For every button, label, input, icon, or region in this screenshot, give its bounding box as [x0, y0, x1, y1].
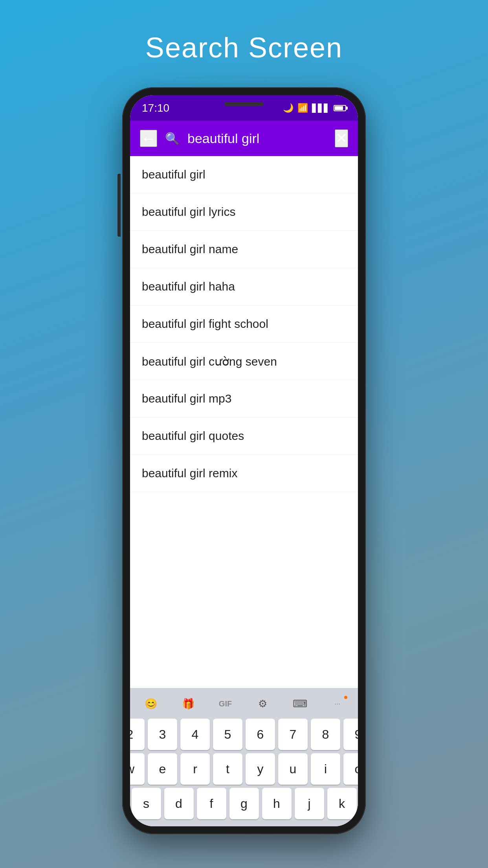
more-button[interactable]: ··· [326, 694, 349, 714]
moon-icon: 🌙 [283, 103, 294, 113]
keyboard-row-asdf: a s d f g h j k l [132, 788, 356, 819]
key-3[interactable]: 3 [148, 719, 177, 750]
clear-button[interactable]: ✕ [335, 129, 348, 147]
power-button [117, 189, 121, 229]
keyboard-row-qwerty: q w e r t y u i o p [132, 753, 356, 785]
status-icons: 🌙 📶 ▋▋▋ [283, 103, 346, 113]
keyboard-toolbar: 😊 🎁 GIF ⚙ ⌨ ··· [132, 692, 356, 715]
key-i[interactable]: i [311, 753, 340, 785]
key-j[interactable]: j [295, 788, 324, 819]
key-u[interactable]: u [278, 753, 308, 785]
phone-screen: 17:10 🌙 📶 ▋▋▋ ← 🔍 beautiful girl ✕ beaut… [130, 95, 358, 826]
suggestion-item[interactable]: beautiful girl cường seven [130, 343, 358, 380]
suggestion-item[interactable]: beautiful girl name [130, 231, 358, 268]
keyboard: 😊 🎁 GIF ⚙ ⌨ ··· 1 2 3 4 5 6 7 8 9 0 [130, 688, 358, 826]
key-y[interactable]: y [246, 753, 275, 785]
key-s[interactable]: s [132, 788, 161, 819]
key-2[interactable]: 2 [130, 719, 145, 750]
phone-mockup: 17:10 🌙 📶 ▋▋▋ ← 🔍 beautiful girl ✕ beaut… [122, 87, 366, 834]
sticker-button[interactable]: 🎁 [176, 694, 200, 714]
key-r[interactable]: r [180, 753, 210, 785]
signal-icon: ▋▋▋ [312, 103, 330, 113]
keyboard-switch-button[interactable]: ⌨ [288, 694, 312, 714]
key-8[interactable]: 8 [311, 719, 340, 750]
key-7[interactable]: 7 [278, 719, 308, 750]
key-h[interactable]: h [262, 788, 292, 819]
suggestion-item[interactable]: beautiful girl haha [130, 268, 358, 305]
suggestion-item[interactable]: beautiful girl remix [130, 455, 358, 492]
key-t[interactable]: t [213, 753, 242, 785]
emoji-button[interactable]: 😊 [139, 694, 163, 714]
key-f[interactable]: f [197, 788, 226, 819]
suggestions-list: beautiful girl beautiful girl lyrics bea… [130, 156, 358, 688]
keyboard-row-numbers: 1 2 3 4 5 6 7 8 9 0 [132, 719, 356, 750]
search-input[interactable]: beautiful girl [187, 131, 327, 146]
key-6[interactable]: 6 [246, 719, 275, 750]
search-icon: 🔍 [165, 132, 180, 145]
key-9[interactable]: 9 [343, 719, 358, 750]
key-o[interactable]: o [343, 753, 358, 785]
suggestion-item[interactable]: beautiful girl quotes [130, 417, 358, 455]
key-k[interactable]: k [327, 788, 357, 819]
settings-button[interactable]: ⚙ [251, 694, 275, 714]
key-e[interactable]: e [148, 753, 177, 785]
gif-button[interactable]: GIF [214, 694, 237, 714]
page-title: Search Screen [145, 31, 343, 64]
key-4[interactable]: 4 [180, 719, 210, 750]
key-5[interactable]: 5 [213, 719, 242, 750]
suggestion-item[interactable]: beautiful girl lyrics [130, 193, 358, 231]
suggestion-item[interactable]: beautiful girl fight school [130, 305, 358, 343]
status-bar: 17:10 🌙 📶 ▋▋▋ [130, 95, 358, 121]
status-time: 17:10 [142, 102, 169, 114]
suggestion-item[interactable]: beautiful girl [130, 156, 358, 193]
wifi-icon: 📶 [297, 103, 308, 113]
key-d[interactable]: d [164, 788, 194, 819]
battery-icon [334, 105, 346, 111]
suggestion-item[interactable]: beautiful girl mp3 [130, 380, 358, 417]
key-w[interactable]: w [130, 753, 145, 785]
key-g[interactable]: g [229, 788, 259, 819]
search-bar: ← 🔍 beautiful girl ✕ [130, 121, 358, 156]
back-button[interactable]: ← [140, 130, 157, 147]
